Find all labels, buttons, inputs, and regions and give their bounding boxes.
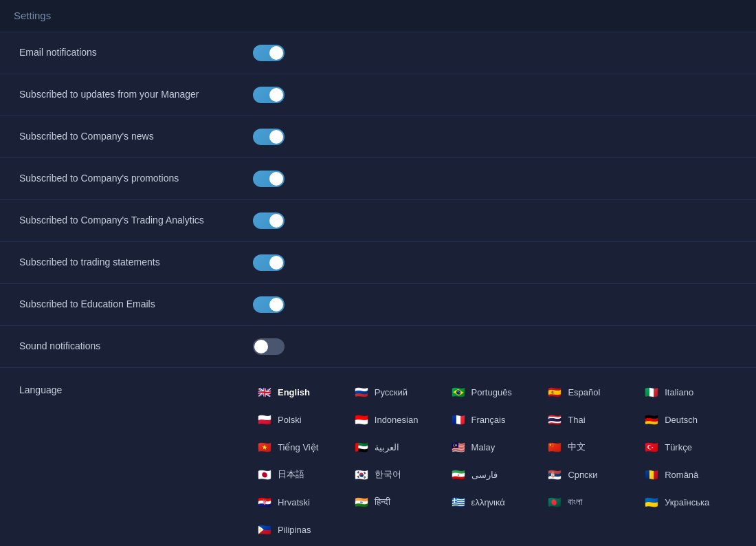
setting-label-education-emails: Subscribed to Education Emails <box>19 298 253 312</box>
setting-row-manager-updates: Subscribed to updates from your Manager <box>0 74 756 116</box>
flag-T-rk-e: 🇹🇷 <box>644 439 659 455</box>
settings-container: Email notificationsSubscribed to updates… <box>0 32 756 546</box>
language-name: Türkçe <box>665 442 692 452</box>
language-name: हिन्दी <box>375 496 390 507</box>
flag---: 🇨🇳 <box>547 439 562 455</box>
language-name: Русский <box>375 387 408 397</box>
flag-Rom-n-: 🇷🇴 <box>644 467 659 482</box>
setting-label-email-notifications: Email notifications <box>19 46 253 60</box>
toggle-knob-company-news <box>269 130 283 144</box>
toggle-trading-analytics[interactable] <box>253 212 285 229</box>
language-item-Malay[interactable]: 🇲🇾Malay <box>447 437 544 457</box>
language-item-Polski[interactable]: 🇵🇱Polski <box>253 409 350 430</box>
language-name: العربية <box>375 442 399 452</box>
flag-Fran-ais: 🇫🇷 <box>451 412 466 427</box>
setting-label-trading-analytics: Subscribed to Company's Trading Analytic… <box>19 214 253 228</box>
flag----: 🇰🇷 <box>354 467 369 482</box>
flag-Hrvatski: 🇭🇷 <box>257 494 272 510</box>
flag--------: 🇷🇺 <box>354 384 369 400</box>
setting-row-company-news: Subscribed to Company's news <box>0 116 756 158</box>
language-item---------[interactable]: 🇬🇷ελληνικά <box>447 492 544 512</box>
language-name: Српски <box>568 470 597 480</box>
language-item-Fran-ais[interactable]: 🇫🇷Français <box>447 409 544 430</box>
settings-header: Settings <box>0 0 756 32</box>
flag-Espa-ol: 🇪🇸 <box>547 384 562 400</box>
toggle-company-promotions[interactable] <box>253 171 285 187</box>
language-name: فارسی <box>471 470 498 480</box>
language-item----[interactable]: 🇯🇵日本語 <box>253 464 350 485</box>
language-name: বাংলা <box>568 496 583 507</box>
flag-------: 🇮🇳 <box>354 494 369 510</box>
language-item-Deutsch[interactable]: 🇩🇪Deutsch <box>640 409 737 430</box>
setting-label-sound-notifications: Sound notifications <box>19 340 253 353</box>
language-name: Deutsch <box>665 415 698 425</box>
toggle-knob-email-notifications <box>269 46 283 60</box>
language-name: Українська <box>665 497 709 507</box>
language-item----[interactable]: 🇰🇷한국어 <box>350 464 447 485</box>
flag-Malay: 🇲🇾 <box>451 439 466 455</box>
toggle-manager-updates[interactable] <box>253 87 285 103</box>
language-item--------[interactable]: 🇷🇺Русский <box>350 382 447 402</box>
language-name: Polski <box>278 415 302 425</box>
flag-Polski: 🇵🇱 <box>257 412 272 427</box>
language-name: Română <box>665 470 698 480</box>
flag------: 🇮🇷 <box>451 467 466 482</box>
language-item-Indonesian[interactable]: 🇮🇩Indonesian <box>350 409 447 430</box>
flag-------: 🇷🇸 <box>547 467 562 482</box>
language-name: Pilipinas <box>278 525 311 535</box>
setting-label-trading-statements: Subscribed to trading statements <box>19 256 253 270</box>
language-name: 中文 <box>568 441 586 453</box>
language-item-Pilipinas[interactable]: 🇵🇭Pilipinas <box>253 519 350 540</box>
language-item---[interactable]: 🇨🇳中文 <box>543 437 640 457</box>
language-item------[interactable]: 🇧🇩বাংলা <box>543 492 640 512</box>
language-item-----------[interactable]: 🇺🇦Українська <box>640 492 737 512</box>
toggle-company-news[interactable] <box>253 129 285 145</box>
language-item-T-rk-e[interactable]: 🇹🇷Türkçe <box>640 437 737 457</box>
page-title: Settings <box>14 10 51 21</box>
setting-label-company-promotions: Subscribed to Company's promotions <box>19 172 253 186</box>
language-item------[interactable]: 🇮🇷فارسی <box>447 464 544 485</box>
flag--------: 🇦🇪 <box>354 439 369 455</box>
language-item-------[interactable]: 🇮🇳हिन्दी <box>350 492 447 512</box>
flag-Indonesian: 🇮🇩 <box>354 412 369 427</box>
language-name: 한국어 <box>375 468 401 481</box>
toggle-education-emails[interactable] <box>253 296 285 313</box>
language-item-Hrvatski[interactable]: 🇭🇷Hrvatski <box>253 492 350 512</box>
flag-Thai: 🇹🇭 <box>547 412 562 427</box>
language-name: Thai <box>568 415 585 425</box>
flag-Deutsch: 🇩🇪 <box>644 412 659 427</box>
setting-row-trading-analytics: Subscribed to Company's Trading Analytic… <box>0 200 756 242</box>
language-item-Thai[interactable]: 🇹🇭Thai <box>543 409 640 430</box>
toggle-sound-notifications[interactable] <box>253 338 285 355</box>
language-item--------[interactable]: 🇦🇪العربية <box>350 437 447 457</box>
flag-Pilipinas: 🇵🇭 <box>257 522 272 537</box>
language-name: Indonesian <box>375 415 419 425</box>
toggle-knob-education-emails <box>269 298 283 312</box>
toggle-trading-statements[interactable] <box>253 254 285 271</box>
flag------: 🇧🇩 <box>547 494 562 510</box>
flag-----------: 🇺🇦 <box>644 494 659 510</box>
toggle-email-notifications[interactable] <box>253 45 285 61</box>
toggle-knob-trading-analytics <box>269 214 283 228</box>
language-name: Italiano <box>665 387 693 397</box>
language-item-English[interactable]: 🇬🇧English <box>253 382 350 402</box>
setting-row-trading-statements: Subscribed to trading statements <box>0 242 756 284</box>
language-item-------[interactable]: 🇷🇸Српски <box>543 464 640 485</box>
language-grid: 🇬🇧English🇷🇺Русский🇧🇷Português🇪🇸Español🇮🇹… <box>253 382 737 540</box>
language-item-Portugu-s[interactable]: 🇧🇷Português <box>447 382 544 402</box>
language-name: Malay <box>471 442 496 452</box>
language-name: Hrvatski <box>278 497 310 507</box>
setting-row-education-emails: Subscribed to Education Emails <box>0 284 756 326</box>
setting-row-sound-notifications: Sound notifications <box>0 326 756 368</box>
flag-Portugu-s: 🇧🇷 <box>451 384 466 400</box>
language-name: 日本語 <box>278 468 304 481</box>
language-name: Español <box>568 387 600 397</box>
language-name: Français <box>471 415 506 425</box>
language-item-Italiano[interactable]: 🇮🇹Italiano <box>640 382 737 402</box>
language-item-Rom-n-[interactable]: 🇷🇴Română <box>640 464 737 485</box>
toggle-knob-sound-notifications <box>254 340 268 353</box>
language-item-Ti-ng-Vi-t[interactable]: 🇻🇳Tiếng Việt <box>253 437 350 457</box>
language-name: Português <box>471 387 512 397</box>
language-item-Espa-ol[interactable]: 🇪🇸Español <box>543 382 640 402</box>
language-name: ελληνικά <box>471 497 505 507</box>
